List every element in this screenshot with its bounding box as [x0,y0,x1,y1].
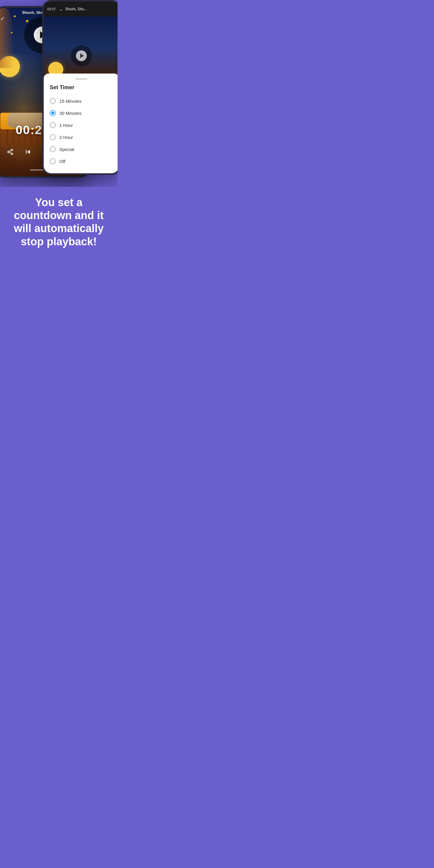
timer-option-30min[interactable]: 30 Minutes [50,107,113,119]
secondary-phone: 03:37 ⌄ Shush, Shu... [42,0,118,175]
secondary-play-button[interactable] [76,50,87,61]
check-icon[interactable]: ✓ [0,16,5,22]
phones-container: ✓ Shush, Shush, Shush ♥ [0,0,118,187]
timer-option-15min[interactable]: 15 Minutes [50,95,113,107]
radio-2hour[interactable] [50,134,56,140]
timer-label-special: Special [59,147,74,152]
secondary-chevron-icon[interactable]: ⌄ [59,7,63,11]
timer-label-15min: 15 Minutes [59,98,82,104]
svg-line-3 [9,152,11,153]
cta-line4: stop playback! [21,236,97,248]
secondary-time: 03:37 [47,7,56,11]
bottom-text-section: You set a countdown and it will automati… [0,187,118,260]
timer-sheet: Set Timer 15 Minutes 30 Minutes [44,73,118,173]
timer-label-30min: 30 Minutes [59,111,82,116]
timer-option-2hour[interactable]: 2 Hour [50,131,113,143]
set-timer-title: Set Timer [50,84,113,91]
main-cta-text: You set a countdown and it will automati… [6,196,112,248]
svg-line-4 [9,150,11,151]
secondary-play-triangle-icon [80,53,84,58]
star-1 [14,16,16,17]
radio-inner-30min [51,112,54,115]
share-icon[interactable] [7,149,13,157]
sheet-handle [75,79,87,80]
radio-1hour[interactable] [50,122,56,128]
star-2 [26,20,28,22]
timer-option-1hour[interactable]: 1 Hour [50,119,113,131]
radio-30min[interactable] [50,110,56,116]
secondary-song-title: Shush, Shu... [65,7,87,11]
secondary-play-circle[interactable] [71,45,92,66]
radio-15min[interactable] [50,98,56,104]
timer-option-special[interactable]: Special [50,143,113,155]
radio-special[interactable] [50,146,56,152]
cta-line2: countdown and it [14,209,104,221]
secondary-topbar: 03:37 ⌄ Shush, Shu... [44,1,118,17]
prev-button[interactable] [24,148,32,157]
app-background: ✓ Shush, Shush, Shush ♥ [0,0,118,260]
cta-line1: You set a [35,196,82,209]
radio-off[interactable] [50,158,56,164]
cta-line3: will automatically [14,222,104,235]
timer-label-1hour: 1 Hour [59,123,73,128]
timer-label-2hour: 2 Hour [59,135,73,140]
timer-label-off: Off [59,159,65,164]
timer-option-off[interactable]: Off [50,155,113,167]
